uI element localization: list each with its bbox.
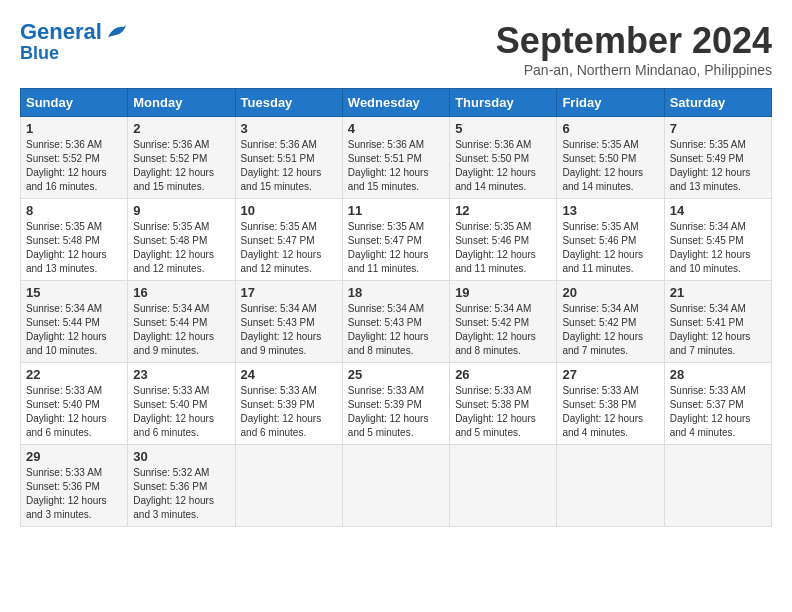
day-info: Sunrise: 5:33 AMSunset: 5:40 PMDaylight:…: [26, 385, 107, 438]
list-item: 6 Sunrise: 5:35 AMSunset: 5:50 PMDayligh…: [557, 117, 664, 199]
list-item: 24 Sunrise: 5:33 AMSunset: 5:39 PMDaylig…: [235, 363, 342, 445]
day-info: Sunrise: 5:36 AMSunset: 5:52 PMDaylight:…: [26, 139, 107, 192]
list-item: 4 Sunrise: 5:36 AMSunset: 5:51 PMDayligh…: [342, 117, 449, 199]
day-info: Sunrise: 5:36 AMSunset: 5:52 PMDaylight:…: [133, 139, 214, 192]
list-item: 25 Sunrise: 5:33 AMSunset: 5:39 PMDaylig…: [342, 363, 449, 445]
day-number: 24: [241, 367, 337, 382]
list-item: 8 Sunrise: 5:35 AMSunset: 5:48 PMDayligh…: [21, 199, 128, 281]
list-item: 20 Sunrise: 5:34 AMSunset: 5:42 PMDaylig…: [557, 281, 664, 363]
list-item: [235, 445, 342, 527]
col-saturday: Saturday: [664, 89, 771, 117]
list-item: 3 Sunrise: 5:36 AMSunset: 5:51 PMDayligh…: [235, 117, 342, 199]
month-title: September 2024: [496, 20, 772, 62]
day-number: 5: [455, 121, 551, 136]
day-info: Sunrise: 5:35 AMSunset: 5:46 PMDaylight:…: [562, 221, 643, 274]
day-info: Sunrise: 5:35 AMSunset: 5:49 PMDaylight:…: [670, 139, 751, 192]
list-item: 2 Sunrise: 5:36 AMSunset: 5:52 PMDayligh…: [128, 117, 235, 199]
list-item: 13 Sunrise: 5:35 AMSunset: 5:46 PMDaylig…: [557, 199, 664, 281]
day-number: 2: [133, 121, 229, 136]
day-info: Sunrise: 5:34 AMSunset: 5:42 PMDaylight:…: [455, 303, 536, 356]
list-item: [450, 445, 557, 527]
list-item: 29 Sunrise: 5:33 AMSunset: 5:36 PMDaylig…: [21, 445, 128, 527]
day-number: 8: [26, 203, 122, 218]
day-number: 29: [26, 449, 122, 464]
page-header: General Blue September 2024 Pan-an, Nort…: [20, 20, 772, 78]
day-info: Sunrise: 5:34 AMSunset: 5:44 PMDaylight:…: [26, 303, 107, 356]
day-info: Sunrise: 5:33 AMSunset: 5:39 PMDaylight:…: [241, 385, 322, 438]
day-number: 18: [348, 285, 444, 300]
table-row: 22 Sunrise: 5:33 AMSunset: 5:40 PMDaylig…: [21, 363, 772, 445]
day-info: Sunrise: 5:33 AMSunset: 5:36 PMDaylight:…: [26, 467, 107, 520]
day-number: 3: [241, 121, 337, 136]
day-info: Sunrise: 5:33 AMSunset: 5:39 PMDaylight:…: [348, 385, 429, 438]
calendar-table: Sunday Monday Tuesday Wednesday Thursday…: [20, 88, 772, 527]
list-item: 1 Sunrise: 5:36 AMSunset: 5:52 PMDayligh…: [21, 117, 128, 199]
day-number: 9: [133, 203, 229, 218]
logo-blue-text: Blue: [20, 44, 59, 64]
day-info: Sunrise: 5:34 AMSunset: 5:41 PMDaylight:…: [670, 303, 751, 356]
day-number: 26: [455, 367, 551, 382]
day-number: 20: [562, 285, 658, 300]
day-info: Sunrise: 5:33 AMSunset: 5:40 PMDaylight:…: [133, 385, 214, 438]
list-item: 9 Sunrise: 5:35 AMSunset: 5:48 PMDayligh…: [128, 199, 235, 281]
col-friday: Friday: [557, 89, 664, 117]
day-number: 12: [455, 203, 551, 218]
col-tuesday: Tuesday: [235, 89, 342, 117]
list-item: 19 Sunrise: 5:34 AMSunset: 5:42 PMDaylig…: [450, 281, 557, 363]
day-number: 28: [670, 367, 766, 382]
list-item: 21 Sunrise: 5:34 AMSunset: 5:41 PMDaylig…: [664, 281, 771, 363]
day-info: Sunrise: 5:34 AMSunset: 5:45 PMDaylight:…: [670, 221, 751, 274]
col-thursday: Thursday: [450, 89, 557, 117]
day-number: 10: [241, 203, 337, 218]
day-number: 30: [133, 449, 229, 464]
table-row: 1 Sunrise: 5:36 AMSunset: 5:52 PMDayligh…: [21, 117, 772, 199]
day-info: Sunrise: 5:33 AMSunset: 5:38 PMDaylight:…: [562, 385, 643, 438]
day-info: Sunrise: 5:35 AMSunset: 5:48 PMDaylight:…: [133, 221, 214, 274]
list-item: [557, 445, 664, 527]
list-item: 12 Sunrise: 5:35 AMSunset: 5:46 PMDaylig…: [450, 199, 557, 281]
day-info: Sunrise: 5:34 AMSunset: 5:43 PMDaylight:…: [348, 303, 429, 356]
table-row: 8 Sunrise: 5:35 AMSunset: 5:48 PMDayligh…: [21, 199, 772, 281]
day-number: 17: [241, 285, 337, 300]
table-row: 29 Sunrise: 5:33 AMSunset: 5:36 PMDaylig…: [21, 445, 772, 527]
list-item: 30 Sunrise: 5:32 AMSunset: 5:36 PMDaylig…: [128, 445, 235, 527]
day-number: 4: [348, 121, 444, 136]
day-number: 15: [26, 285, 122, 300]
day-number: 13: [562, 203, 658, 218]
day-info: Sunrise: 5:36 AMSunset: 5:51 PMDaylight:…: [241, 139, 322, 192]
title-block: September 2024 Pan-an, Northern Mindanao…: [496, 20, 772, 78]
day-info: Sunrise: 5:34 AMSunset: 5:42 PMDaylight:…: [562, 303, 643, 356]
list-item: [342, 445, 449, 527]
day-info: Sunrise: 5:36 AMSunset: 5:50 PMDaylight:…: [455, 139, 536, 192]
calendar-header-row: Sunday Monday Tuesday Wednesday Thursday…: [21, 89, 772, 117]
day-info: Sunrise: 5:36 AMSunset: 5:51 PMDaylight:…: [348, 139, 429, 192]
logo-text: General: [20, 20, 102, 44]
list-item: 14 Sunrise: 5:34 AMSunset: 5:45 PMDaylig…: [664, 199, 771, 281]
day-number: 6: [562, 121, 658, 136]
list-item: 7 Sunrise: 5:35 AMSunset: 5:49 PMDayligh…: [664, 117, 771, 199]
list-item: 23 Sunrise: 5:33 AMSunset: 5:40 PMDaylig…: [128, 363, 235, 445]
list-item: 18 Sunrise: 5:34 AMSunset: 5:43 PMDaylig…: [342, 281, 449, 363]
day-info: Sunrise: 5:35 AMSunset: 5:47 PMDaylight:…: [241, 221, 322, 274]
list-item: 28 Sunrise: 5:33 AMSunset: 5:37 PMDaylig…: [664, 363, 771, 445]
list-item: 22 Sunrise: 5:33 AMSunset: 5:40 PMDaylig…: [21, 363, 128, 445]
day-number: 27: [562, 367, 658, 382]
list-item: 26 Sunrise: 5:33 AMSunset: 5:38 PMDaylig…: [450, 363, 557, 445]
day-number: 21: [670, 285, 766, 300]
day-info: Sunrise: 5:35 AMSunset: 5:50 PMDaylight:…: [562, 139, 643, 192]
list-item: 5 Sunrise: 5:36 AMSunset: 5:50 PMDayligh…: [450, 117, 557, 199]
list-item: 11 Sunrise: 5:35 AMSunset: 5:47 PMDaylig…: [342, 199, 449, 281]
day-number: 22: [26, 367, 122, 382]
day-number: 7: [670, 121, 766, 136]
day-info: Sunrise: 5:32 AMSunset: 5:36 PMDaylight:…: [133, 467, 214, 520]
day-number: 25: [348, 367, 444, 382]
list-item: 10 Sunrise: 5:35 AMSunset: 5:47 PMDaylig…: [235, 199, 342, 281]
day-number: 16: [133, 285, 229, 300]
list-item: 27 Sunrise: 5:33 AMSunset: 5:38 PMDaylig…: [557, 363, 664, 445]
day-info: Sunrise: 5:33 AMSunset: 5:37 PMDaylight:…: [670, 385, 751, 438]
table-row: 15 Sunrise: 5:34 AMSunset: 5:44 PMDaylig…: [21, 281, 772, 363]
day-info: Sunrise: 5:34 AMSunset: 5:43 PMDaylight:…: [241, 303, 322, 356]
day-info: Sunrise: 5:35 AMSunset: 5:46 PMDaylight:…: [455, 221, 536, 274]
col-monday: Monday: [128, 89, 235, 117]
col-wednesday: Wednesday: [342, 89, 449, 117]
